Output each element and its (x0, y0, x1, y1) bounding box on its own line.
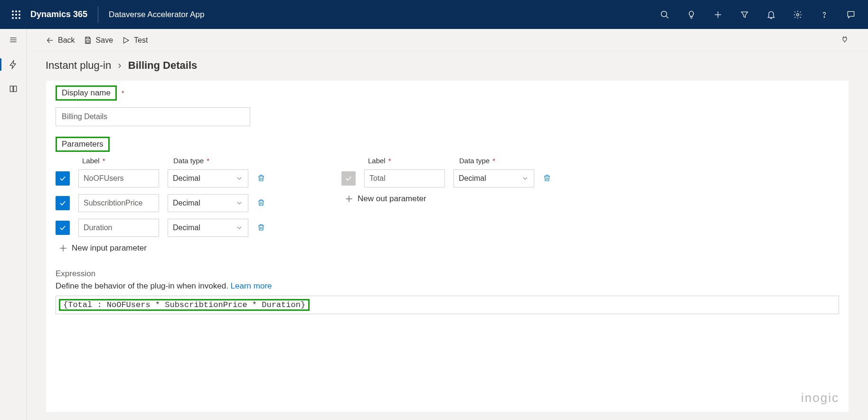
param-label-input[interactable] (78, 169, 159, 187)
command-bar: Back Save Test (27, 29, 868, 52)
param-label-input[interactable] (78, 219, 159, 237)
left-rail (0, 29, 27, 420)
top-header: Dynamics 365 Dataverse Accelerator App (0, 0, 868, 29)
save-button[interactable]: Save (84, 36, 113, 45)
svg-point-13 (797, 13, 799, 16)
svg-point-5 (19, 14, 20, 16)
param-checkbox[interactable] (341, 171, 356, 186)
back-button[interactable]: Back (46, 36, 75, 45)
col-header-label: Label (368, 157, 386, 165)
param-label-input[interactable] (78, 194, 159, 212)
test-label: Test (134, 36, 148, 45)
svg-point-9 (661, 11, 667, 17)
settings-icon[interactable] (785, 3, 810, 26)
breadcrumb-parent[interactable]: Instant plug-in (46, 59, 111, 71)
app-name: Dataverse Accelerator App (109, 10, 204, 19)
output-parameters-column: Label* Data type* Decimal (341, 157, 551, 253)
input-parameters-column: Label* Data type* Decimal (56, 157, 265, 253)
param-label-input[interactable] (364, 169, 445, 187)
book-nav-icon[interactable] (4, 82, 23, 96)
save-label: Save (96, 36, 113, 45)
expression-subtitle: Define the behavior of the plug-in when … (56, 281, 231, 290)
expression-title: Expression (56, 269, 839, 279)
svg-point-6 (12, 17, 14, 19)
svg-rect-20 (86, 40, 89, 43)
param-row: Decimal (56, 169, 265, 187)
expression-code: {Total : NoOFUsers * SubscribtionPrice *… (59, 299, 310, 311)
plugin-nav-icon[interactable] (4, 57, 23, 72)
svg-point-14 (824, 17, 825, 18)
svg-point-4 (15, 14, 17, 16)
learn-more-link[interactable]: Learn more (231, 281, 272, 290)
param-type-select[interactable]: Decimal (453, 169, 534, 187)
filter-icon[interactable] (732, 3, 757, 26)
expression-section: Expression Define the behavior of the pl… (56, 269, 839, 314)
svg-line-10 (666, 16, 669, 18)
param-type-value: Decimal (459, 174, 486, 183)
top-right-icons (652, 3, 863, 26)
chevron-down-icon (236, 175, 243, 182)
bell-icon[interactable] (759, 3, 783, 26)
parameters-label: Parameters (56, 137, 110, 152)
hamburger-icon[interactable] (4, 33, 23, 47)
svg-point-1 (15, 10, 17, 12)
svg-point-2 (19, 10, 20, 12)
lightbulb-icon[interactable] (679, 3, 704, 26)
add-output-label: New out parameter (358, 194, 426, 204)
plus-icon (58, 243, 68, 253)
param-type-value: Decimal (173, 199, 200, 207)
param-checkbox[interactable] (56, 221, 70, 235)
col-header-type: Data type (459, 157, 490, 165)
back-label: Back (58, 36, 75, 45)
col-header-label: Label (82, 157, 100, 165)
plug-status-icon[interactable] (840, 35, 849, 46)
search-icon[interactable] (652, 3, 677, 26)
delete-param-button[interactable] (257, 174, 265, 184)
svg-point-3 (12, 14, 14, 16)
param-checkbox[interactable] (56, 196, 70, 210)
brand-divider (98, 7, 98, 23)
svg-marker-21 (124, 37, 129, 43)
svg-point-0 (12, 10, 14, 12)
form-card: Display name * Parameters Label* Data ty… (46, 80, 849, 412)
param-type-value: Decimal (173, 224, 200, 232)
expression-editor[interactable]: {Total : NoOFUsers * SubscribtionPrice *… (56, 296, 839, 314)
brand-block: Dynamics 365 Dataverse Accelerator App (30, 7, 204, 23)
plus-icon[interactable] (706, 3, 730, 26)
delete-param-button[interactable] (257, 198, 265, 208)
param-checkbox[interactable] (56, 171, 70, 186)
col-header-type: Data type (173, 157, 204, 165)
param-type-select[interactable]: Decimal (168, 169, 248, 187)
param-type-value: Decimal (173, 174, 200, 183)
param-type-select[interactable]: Decimal (168, 194, 248, 212)
chevron-down-icon (236, 224, 243, 232)
brand-name: Dynamics 365 (30, 9, 87, 19)
svg-rect-19 (86, 37, 89, 39)
help-icon[interactable] (812, 3, 837, 26)
svg-point-7 (15, 17, 17, 19)
plus-icon (344, 194, 354, 204)
display-name-input[interactable] (56, 107, 250, 126)
param-row: Decimal (56, 194, 265, 212)
chevron-down-icon (521, 175, 529, 182)
add-input-param-button[interactable]: New input parameter (56, 243, 265, 253)
delete-param-button[interactable] (257, 223, 265, 233)
app-launcher-icon[interactable] (5, 3, 28, 26)
watermark: inogic (801, 391, 839, 405)
breadcrumb-current: Billing Details (128, 59, 197, 71)
add-output-param-button[interactable]: New out parameter (341, 194, 551, 204)
display-name-label: Display name (56, 85, 117, 101)
required-asterisk: * (122, 89, 124, 97)
delete-param-button[interactable] (543, 174, 551, 184)
param-type-select[interactable]: Decimal (168, 219, 248, 237)
test-button[interactable]: Test (122, 36, 148, 45)
svg-point-8 (19, 17, 20, 19)
param-row: Decimal (56, 219, 265, 237)
chat-icon[interactable] (839, 3, 863, 26)
chevron-down-icon (236, 199, 243, 207)
add-input-label: New input parameter (72, 243, 147, 253)
breadcrumb-separator: › (114, 59, 125, 71)
breadcrumb: Instant plug-in › Billing Details (27, 52, 868, 77)
param-row: Decimal (341, 169, 551, 187)
